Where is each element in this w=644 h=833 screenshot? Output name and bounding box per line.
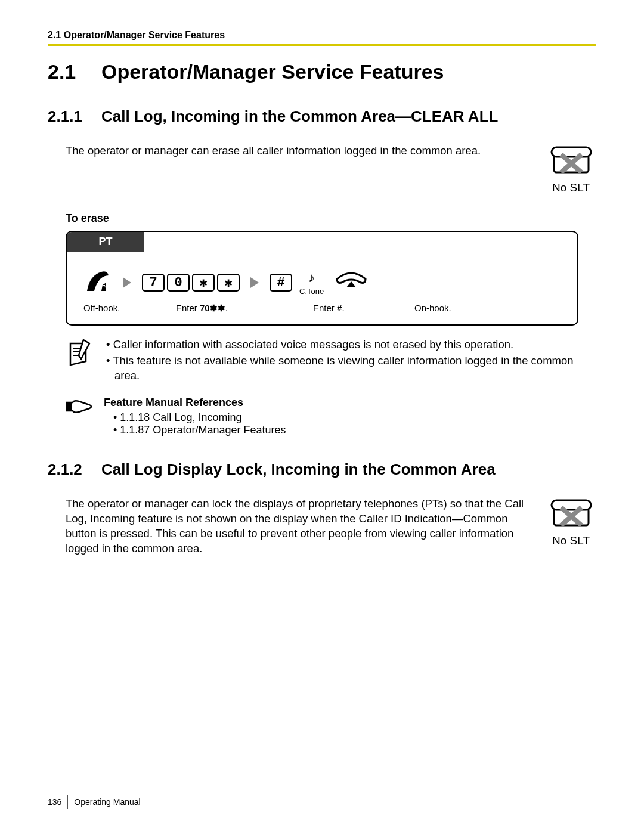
svg-rect-1 [552, 147, 591, 157]
intro-paragraph-2: The operator or manager can lock the dis… [66, 497, 534, 556]
subsection-heading-2: 2.1.2Call Log Display Lock, Incoming in … [48, 460, 596, 479]
references-list: 1.1.18 Call Log, Incoming 1.1.87 Operato… [104, 411, 286, 436]
svg-rect-7 [67, 402, 72, 411]
svg-rect-9 [552, 500, 591, 510]
to-erase-label: To erase [66, 212, 596, 225]
subsection-number-1: 2.1.1 [48, 107, 101, 126]
subsection-title-text-1: Call Log, Incoming in the Common Area—CL… [101, 107, 498, 125]
note-item: This feature is not available while some… [106, 354, 578, 383]
key-star-1: ✱ [192, 274, 215, 292]
arrow-icon [123, 277, 131, 288]
caption-on-hook: On-hook. [414, 303, 451, 314]
notes-list: Caller information with associated voice… [106, 337, 578, 385]
manual-name: Operating Manual [74, 797, 140, 807]
no-slt-block-1: No SLT [546, 144, 596, 194]
on-hook-icon [335, 270, 368, 296]
section-number: 2.1 [48, 60, 101, 83]
subsection-number-2: 2.1.2 [48, 460, 101, 479]
subsection-title-text-2: Call Log Display Lock, Incoming in the C… [101, 460, 496, 478]
phone-crossed-icon [550, 521, 592, 531]
no-slt-label-1: No SLT [546, 181, 596, 194]
reference-item: 1.1.18 Call Log, Incoming [104, 411, 286, 424]
references-title: Feature Manual References [104, 397, 286, 409]
caption-enter-hash: Enter #. [313, 303, 414, 314]
notepad-icon [66, 337, 95, 371]
dial-keys: 7 0 ✱ ✱ [142, 274, 240, 292]
music-note-icon: ♪ [299, 270, 324, 286]
section-heading: 2.1Operator/Manager Service Features [48, 60, 596, 83]
key-star-2: ✱ [217, 274, 240, 292]
subsection-heading-1: 2.1.1Call Log, Incoming in the Common Ar… [48, 107, 596, 126]
pointing-hand-icon [66, 397, 95, 418]
page-footer: 136 Operating Manual [48, 795, 141, 809]
off-hook-icon [83, 267, 112, 298]
footer-divider [67, 795, 68, 809]
no-slt-block-2: No SLT [546, 497, 596, 547]
key-7: 7 [142, 274, 165, 292]
arrow-icon [250, 277, 259, 288]
phone-crossed-icon [550, 168, 592, 178]
intro-paragraph-1: The operator or manager can erase all ca… [66, 144, 534, 159]
confirmation-tone-icon: ♪ C.Tone [299, 270, 324, 296]
no-slt-label-2: No SLT [546, 534, 596, 547]
caption-off-hook: Off-hook. [83, 303, 176, 314]
key-0: 0 [167, 274, 190, 292]
caption-enter-code: Enter 70✱✱. [176, 303, 313, 314]
page-number: 136 [48, 797, 61, 807]
pt-tab: PT [67, 232, 144, 252]
reference-item: 1.1.87 Operator/Manager Features [104, 424, 286, 436]
procedure-box: PT 7 0 ✱ ✱ # ♪ C.Tone [66, 231, 578, 326]
key-hash: # [270, 274, 292, 292]
header-rule [48, 44, 596, 46]
step-captions: Off-hook. Enter 70✱✱. Enter #. On-hook. [67, 303, 577, 324]
note-item: Caller information with associated voice… [106, 337, 578, 352]
ctone-label: C.Tone [299, 287, 324, 296]
section-title-text: Operator/Manager Service Features [101, 60, 444, 83]
running-header: 2.1 Operator/Manager Service Features [48, 30, 596, 41]
